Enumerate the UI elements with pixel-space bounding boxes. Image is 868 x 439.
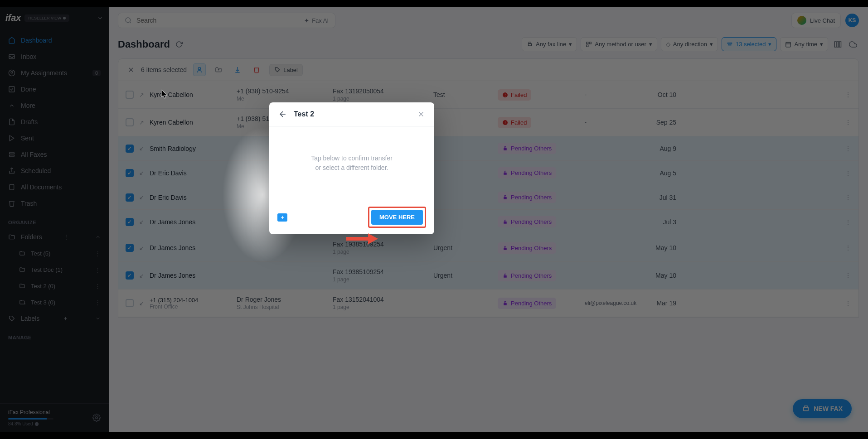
modal-body: Tap below to confirm transfer or select … [269, 126, 434, 200]
modal-footer: + MOVE HERE [269, 200, 434, 234]
new-folder-icon[interactable]: + [277, 213, 287, 222]
move-here-button[interactable]: MOVE HERE [371, 210, 423, 225]
close-icon[interactable] [417, 110, 425, 118]
move-modal: Test 2 Tap below to confirm transfer or … [269, 102, 434, 234]
modal-title: Test 2 [294, 110, 411, 118]
back-arrow-icon[interactable] [278, 110, 287, 119]
modal-header: Test 2 [269, 102, 434, 126]
move-button-highlight: MOVE HERE [368, 207, 426, 228]
